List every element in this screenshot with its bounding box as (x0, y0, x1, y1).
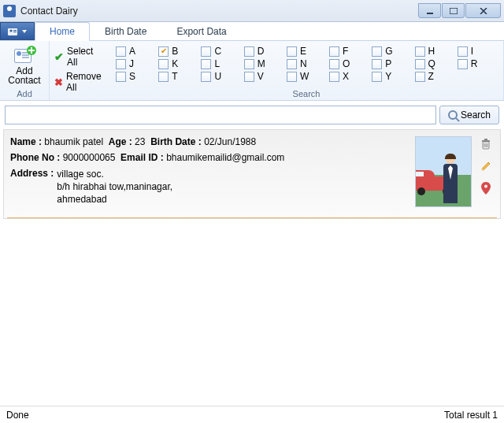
app-menu-button[interactable] (0, 22, 35, 40)
letter-filter-U[interactable]: U (201, 71, 240, 82)
edit-button[interactable] (480, 160, 492, 173)
name-label: Name : (10, 136, 42, 147)
ribbon-group-add: AddContact Add (0, 41, 50, 100)
letter-filter-X[interactable]: X (329, 71, 369, 82)
letter-filter-G[interactable]: G (372, 46, 411, 57)
letter-label: O (343, 58, 350, 69)
checkbox-icon (158, 59, 169, 69)
letter-filter-R[interactable]: R (458, 58, 497, 69)
select-all-button[interactable]: ✔ Select All (54, 44, 105, 69)
letter-filter-Q[interactable]: Q (415, 58, 454, 69)
svg-rect-5 (13, 32, 17, 32)
maximize-button[interactable] (442, 3, 465, 18)
letter-label: G (385, 46, 392, 57)
letter-filter-F[interactable]: F (329, 46, 369, 57)
svg-rect-1 (450, 8, 458, 14)
search-button-label: Search (461, 109, 491, 121)
checkbox-icon (415, 46, 425, 57)
address-line: village soc. (57, 168, 172, 180)
letter-filter-E[interactable]: E (287, 46, 326, 57)
letter-filter-B[interactable]: B (158, 46, 198, 57)
letter-label: H (428, 46, 435, 57)
letter-label: X (343, 71, 349, 82)
search-input[interactable] (5, 106, 436, 124)
phone-value: 9000000065 (63, 152, 116, 163)
qat-row: Home Birth Date Export Data (0, 22, 504, 41)
contact-info: Name : bhaumik patel Age : 23 Birth Date… (10, 136, 409, 210)
checkbox-icon (329, 59, 339, 69)
letter-filter-K[interactable]: K (158, 58, 198, 69)
letter-filter-Z[interactable]: Z (415, 71, 454, 82)
window-title: Contact Dairy (20, 6, 78, 17)
card-actions (478, 136, 494, 210)
close-button[interactable] (465, 3, 501, 18)
email-value: bhaumikemailid@gmail.com (166, 152, 284, 163)
phone-label: Phone No : (10, 152, 60, 163)
delete-button[interactable] (480, 138, 492, 150)
svg-rect-0 (427, 13, 433, 14)
add-contact-button[interactable]: AddContact (5, 44, 44, 85)
map-pin-button[interactable] (480, 182, 492, 195)
age-value: 23 (135, 136, 145, 147)
age-label: Age : (109, 136, 132, 147)
letter-filter-M[interactable]: M (244, 58, 284, 69)
remove-all-button[interactable]: ✖ Remove All (54, 69, 105, 95)
checkbox-icon (244, 72, 254, 82)
letter-label: V (258, 71, 264, 82)
status-bar: Done Total result 1 (0, 406, 504, 423)
svg-point-3 (9, 29, 12, 32)
checkbox-icon (415, 59, 425, 69)
checkbox-icon (158, 46, 169, 57)
letter-filter-Y[interactable]: Y (372, 71, 411, 82)
letter-filter-J[interactable]: J (116, 58, 155, 69)
tab-home[interactable]: Home (35, 22, 90, 41)
checkbox-icon (329, 46, 339, 57)
letter-label: Q (428, 58, 435, 69)
row-address: Address : village soc.b/h hirabhai tow,m… (10, 168, 409, 206)
window-buttons (417, 3, 501, 18)
minimize-button[interactable] (418, 3, 441, 18)
letter-label: F (343, 46, 348, 57)
checkbox-icon (201, 59, 211, 69)
ribbon: AddContact Add ✔ Select All ✖ Remove All… (0, 41, 504, 101)
select-all-label: Select All (67, 46, 105, 68)
checkbox-icon (201, 72, 211, 82)
letter-filter-P[interactable]: P (372, 58, 411, 69)
letter-label: Y (385, 71, 391, 82)
letter-filter-V[interactable]: V (244, 71, 284, 82)
letter-filter-L[interactable]: L (201, 58, 240, 69)
tab-export-data[interactable]: Export Data (161, 22, 241, 40)
svg-rect-7 (482, 140, 490, 142)
letter-filter-A[interactable]: A (116, 46, 155, 57)
checkbox-icon (116, 59, 126, 69)
letter-label: D (258, 46, 265, 57)
letter-filter-W[interactable]: W (287, 71, 326, 82)
title-bar: Contact Dairy (0, 0, 504, 22)
letter-label: L (214, 58, 220, 69)
letter-filter-H[interactable]: H (415, 46, 454, 57)
search-button[interactable]: Search (439, 106, 499, 124)
group-label-search: Search (116, 89, 497, 98)
letter-label: C (214, 46, 221, 57)
letter-label: E (300, 46, 306, 57)
tab-birth-date[interactable]: Birth Date (90, 22, 161, 40)
letter-filter-T[interactable]: T (158, 71, 198, 82)
name-value: bhaumik patel (44, 136, 103, 147)
svg-point-12 (484, 185, 487, 188)
letter-label: A (129, 46, 135, 57)
svg-rect-4 (13, 30, 17, 31)
letter-filter-I[interactable]: I (458, 46, 497, 57)
group-label-add: Add (5, 89, 44, 98)
results-area: Name : bhaumik patel Age : 23 Birth Date… (0, 129, 504, 219)
letter-label: Z (428, 71, 434, 82)
birth-label: Birth Date : (150, 136, 202, 147)
letter-filter-S[interactable]: S (116, 71, 155, 82)
svg-rect-8 (484, 139, 487, 140)
search-row: Search (0, 101, 504, 129)
letter-filter-N[interactable]: N (287, 58, 326, 69)
letter-filter-D[interactable]: D (244, 46, 284, 57)
letter-filter-O[interactable]: O (329, 58, 369, 69)
checkbox-icon (372, 72, 382, 82)
checkbox-icon (244, 46, 254, 57)
letter-filter-C[interactable]: C (201, 46, 240, 57)
